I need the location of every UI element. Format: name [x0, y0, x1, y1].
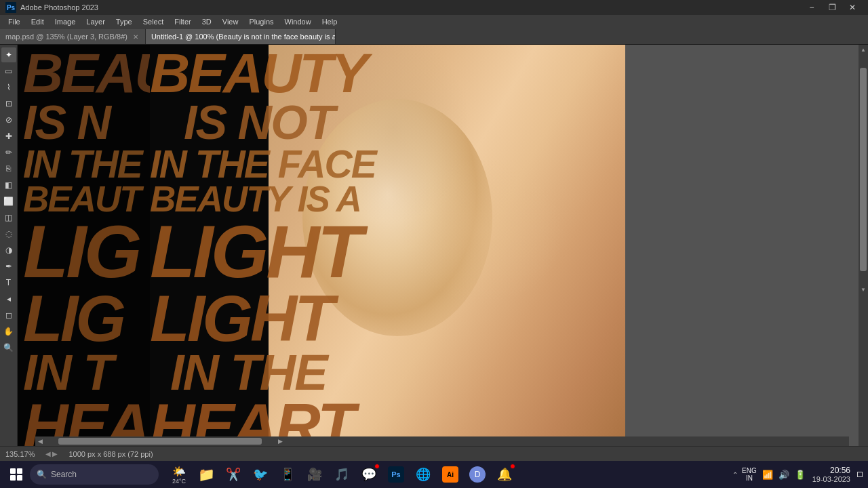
- start-button[interactable]: [5, 464, 27, 485]
- taskbar-search[interactable]: 🔍 Search: [30, 464, 159, 485]
- whatsapp-notification: [374, 464, 380, 469]
- system-icons: ENG IN 📶 🔊 🔋: [742, 467, 806, 482]
- tool-blur[interactable]: ◌: [1, 226, 16, 241]
- tool-zoom[interactable]: 🔍: [1, 340, 16, 355]
- menu-layer[interactable]: Layer: [81, 15, 111, 28]
- tool-type[interactable]: T: [1, 275, 16, 290]
- tab-bar: map.psd @ 135% (Layer 3, RGB/8#) ✕ Untit…: [0, 28, 868, 45]
- status-bar: 135.17% ◀ ▶ 1000 px x 688 px (72 ppi): [0, 446, 868, 461]
- discord-logo: D: [475, 470, 481, 479]
- win-logo-br: [17, 475, 22, 481]
- tab-close-map[interactable]: ✕: [132, 33, 140, 41]
- tool-lasso[interactable]: ⌇: [1, 80, 16, 95]
- vertical-scrollbar[interactable]: ▲ ▼: [859, 45, 868, 446]
- system-clock[interactable]: 20:56 19-03-2023: [812, 466, 850, 483]
- status-arrow-right[interactable]: ▶: [52, 450, 58, 458]
- taskbar-left: 🔍 Search: [5, 464, 159, 485]
- weather-icon: 🌤️: [172, 465, 186, 478]
- horizontal-scrollbar-thumb[interactable]: [58, 438, 262, 445]
- tool-hand[interactable]: ✋: [1, 324, 16, 339]
- menu-select[interactable]: Select: [138, 15, 170, 28]
- taskbar-spotify[interactable]: 🎵: [330, 462, 354, 487]
- tool-gradient[interactable]: ◫: [1, 210, 16, 225]
- wifi-icon[interactable]: 📶: [762, 470, 773, 480]
- tool-heal[interactable]: ✚: [1, 129, 16, 144]
- win-logo-tl: [10, 468, 16, 474]
- horizontal-scrollbar[interactable]: ◀ ▶: [35, 436, 849, 446]
- menu-type[interactable]: Type: [111, 15, 138, 28]
- canvas-area: BEAUTY IS NOT IN THE FACE BEAUTY IS A LI…: [18, 45, 868, 446]
- menu-window[interactable]: Window: [279, 15, 317, 28]
- scrollbar-right-arrow[interactable]: ▶: [275, 436, 285, 446]
- win-logo-tr: [17, 468, 22, 474]
- tab-untitled[interactable]: Untitled-1 @ 100% (Beauty is not in the …: [146, 29, 336, 44]
- menu-edit[interactable]: Edit: [26, 15, 50, 28]
- scrollbar-left-arrow[interactable]: ◀: [35, 436, 45, 446]
- text-in-the-face: IN THE FACE: [150, 146, 509, 182]
- taskbar-video[interactable]: 🎥: [302, 462, 327, 487]
- title-bar: Ps Adobe Photoshop 2023 − ❐ ✕: [0, 0, 868, 15]
- tool-crop[interactable]: ⊡: [1, 96, 16, 111]
- taskbar-ai[interactable]: Ai: [438, 462, 462, 487]
- tool-select-rect[interactable]: ▭: [1, 64, 16, 79]
- system-tray-expand[interactable]: ⌃: [732, 471, 738, 479]
- close-button[interactable]: ✕: [842, 0, 863, 15]
- notif-app-icon: 🔔: [497, 467, 512, 482]
- taskbar-ps[interactable]: Ps: [384, 462, 408, 487]
- taskbar-phone[interactable]: 📱: [275, 462, 300, 487]
- partial-light-big: LIG: [23, 216, 150, 287]
- taskbar-twitter[interactable]: 🐦: [248, 462, 273, 487]
- title-bar-title: Adobe Photoshop 2023: [20, 3, 98, 12]
- scrollbar-up-arrow[interactable]: ▲: [859, 45, 868, 54]
- title-bar-left: Ps Adobe Photoshop 2023: [5, 2, 98, 13]
- status-arrow-left[interactable]: ◀: [45, 450, 51, 458]
- menu-3d[interactable]: 3D: [197, 15, 217, 28]
- snip-icon: ✂️: [226, 467, 241, 482]
- tool-brush[interactable]: ✏: [1, 145, 16, 160]
- taskbar-weather[interactable]: 🌤️ 24°C: [167, 462, 191, 487]
- tool-path-select[interactable]: ◂: [1, 291, 16, 306]
- taskbar-file-explorer[interactable]: 📁: [194, 462, 218, 487]
- tool-history[interactable]: ◧: [1, 178, 16, 192]
- menu-view[interactable]: View: [217, 15, 244, 28]
- workspace: ✦ ▭ ⌇ ⊡ ⊘ ✚ ✏ ⎘ ◧ ⬜ ◫ ◌ ◑ ✒ T ◂ ◻ ✋ 🔍: [0, 45, 868, 446]
- volume-icon[interactable]: 🔊: [778, 470, 789, 480]
- taskbar-apps: 🌤️ 24°C 📁 ✂️ 🐦 📱 🎥 🎵: [167, 462, 517, 487]
- tool-move[interactable]: ✦: [1, 47, 16, 62]
- search-placeholder: Search: [51, 470, 77, 479]
- tool-shape[interactable]: ◻: [1, 308, 16, 323]
- scrollbar-down-arrow[interactable]: ▼: [859, 285, 868, 294]
- taskbar-snip[interactable]: ✂️: [221, 462, 245, 487]
- tool-dodge[interactable]: ◑: [1, 243, 16, 258]
- notification-center-button[interactable]: [857, 472, 863, 477]
- discord-icon: D: [469, 466, 486, 483]
- menu-filter[interactable]: Filter: [169, 15, 196, 28]
- taskbar-notif-app[interactable]: 🔔: [492, 462, 517, 487]
- text-overlay: BEAUTY IS NOT IN THE FACE BEAUTY IS A LI…: [150, 45, 509, 446]
- minimize-button[interactable]: −: [802, 0, 822, 15]
- menu-file[interactable]: File: [3, 15, 26, 28]
- tab-label-map: map.psd @ 135% (Layer 3, RGB/8#): [5, 33, 127, 41]
- maximize-button[interactable]: ❐: [822, 0, 842, 15]
- menu-bar: File Edit Image Layer Type Select Filter…: [0, 15, 868, 28]
- title-bar-controls[interactable]: − ❐ ✕: [802, 0, 863, 15]
- taskbar-browser[interactable]: 🌐: [411, 462, 435, 487]
- status-nav-arrows[interactable]: ◀ ▶: [45, 450, 58, 458]
- language-indicator[interactable]: ENG IN: [742, 467, 757, 482]
- tool-clone[interactable]: ⎘: [1, 161, 16, 176]
- tool-eyedropper[interactable]: ⊘: [1, 113, 16, 127]
- taskbar-discord[interactable]: D: [465, 462, 490, 487]
- left-partial-text: BEAU IS N IN THE BEAUT LIG LIG IN T HEA: [18, 45, 150, 446]
- tool-eraser[interactable]: ⬜: [1, 194, 16, 209]
- canvas-dimensions: 1000 px x 688 px (72 ppi): [68, 450, 153, 458]
- vertical-scrollbar-thumb[interactable]: [860, 68, 867, 271]
- tool-pen[interactable]: ✒: [1, 259, 16, 274]
- partial-beauty: BEAU: [23, 46, 150, 100]
- menu-plugins[interactable]: Plugins: [243, 15, 279, 28]
- menu-help[interactable]: Help: [317, 15, 343, 28]
- tab-map-psd[interactable]: map.psd @ 135% (Layer 3, RGB/8#) ✕: [0, 29, 146, 44]
- battery-icon[interactable]: 🔋: [795, 470, 806, 480]
- taskbar-whatsapp[interactable]: 💬: [357, 462, 381, 487]
- windows-logo-icon: [10, 468, 22, 481]
- menu-image[interactable]: Image: [50, 15, 81, 28]
